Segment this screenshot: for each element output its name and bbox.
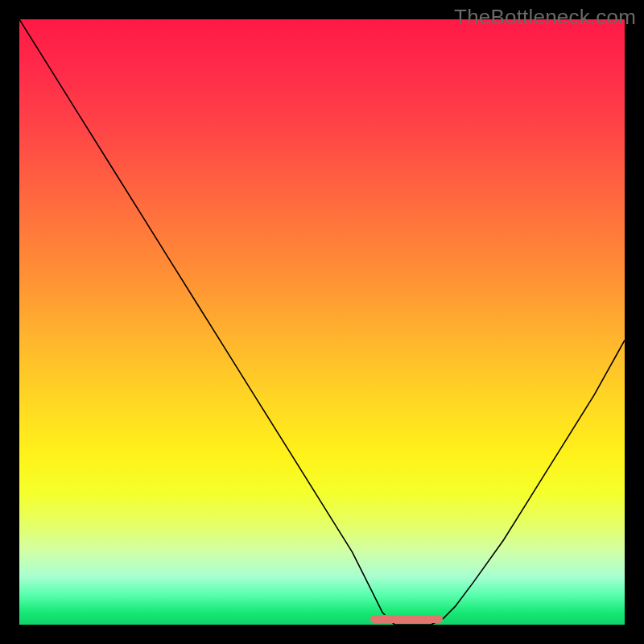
optimal-range-marker: [370, 615, 443, 623]
curve-layer: [19, 19, 625, 625]
watermark-text: TheBottleneck.com: [454, 5, 636, 30]
plot-area: [19, 19, 625, 625]
chart-frame: { "watermark": "TheBottleneck.com", "col…: [0, 0, 644, 644]
bottleneck-curve: [19, 19, 625, 625]
